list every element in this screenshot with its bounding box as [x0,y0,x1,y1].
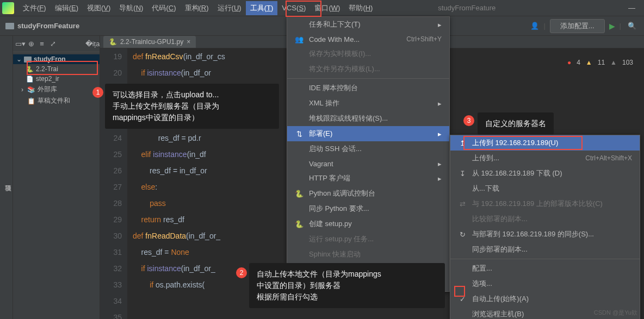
app-icon [2,2,14,14]
expand-icon[interactable]: ≡ [38,40,46,48]
editor-tab-active[interactable]: 🐍 2.2-TrainIcu-GPU1.py × [103,36,196,48]
tools-menu-item[interactable]: 同步 Python 要求... [287,201,449,216]
menu-window[interactable]: 窗口(W) [310,1,344,15]
breadcrumb[interactable]: studyFromFeature [17,22,79,30]
main-menu-bar: 文件(F) 编辑(E) 视图(V) 导航(N) 代码(C) 重构(R) 运行(U… [0,0,644,16]
watermark: CSDN @是Yu欸 [594,309,637,317]
weak-warning-icon: ▲ [610,59,617,66]
deploy-menu-item: ⇄与 192.168.219.189 上的部署版本比较(C) [450,196,640,211]
deploy-submenu: ↥上传到 192.168.219.189(U)上传到...Ctrl+Alt+Sh… [450,135,640,319]
folder-icon [5,23,14,29]
python-file-icon: 🐍 [26,66,34,73]
annotation-marker-2: 2 [236,267,247,278]
tree-external-libs[interactable]: › 📚 外部库 [13,84,100,95]
deploy-menu-item[interactable]: ✓自动上传(始终)(A) [450,291,640,307]
tools-menu-item: 将文件另存为模板(L)... [287,61,449,77]
project-panel: ▭▾ ⊕ ≡ ⤢ �ița ⌄ studyFron 🐍 2.2-Trai 📄 s… [13,36,100,319]
annotation-tooltip-3: 自定义的服务器名 [478,112,554,135]
tools-menu-item[interactable]: 任务和上下文(T)▸ [287,17,449,32]
tools-menu-item: Sphinx 快速启动 [287,247,449,262]
deploy-menu-item[interactable]: ↥上传到 192.168.219.189(U) [450,135,640,151]
tools-menu-item[interactable]: 👥Code With Me...Ctrl+Shift+Y [287,32,449,46]
tree-scratches[interactable]: 📋 草稿文件和 [13,95,100,107]
tree-file-1[interactable]: 🐍 2.2-Trai [13,64,100,74]
chevron-right-icon[interactable]: › [20,86,25,93]
menu-navigate[interactable]: 导航(N) [115,1,147,15]
folder-icon [24,57,32,62]
user-icon[interactable]: 👤 [530,22,539,30]
menu-run[interactable]: 运行(U) [213,1,246,15]
project-panel-header: ▭▾ ⊕ ≡ ⤢ �ița [13,36,100,52]
collapse-icon[interactable]: ⤢ [49,40,57,48]
tree-root[interactable]: ⌄ studyFron [13,54,100,64]
menu-tools[interactable]: 工具(T) [246,1,278,15]
deploy-menu-item[interactable]: 选项... [450,276,640,291]
tools-dropdown: 任务和上下文(T)▸👥Code With Me...Ctrl+Shift+Y保存… [287,16,450,292]
menu-file[interactable]: 文件(F) [18,1,51,15]
deploy-menu-item[interactable]: 同步部署的副本... [450,242,640,257]
tools-menu-item[interactable]: Vagrant▸ [287,157,449,171]
add-configuration-button[interactable]: 添加配置... [550,19,605,33]
minimize-button[interactable]: — [622,4,642,12]
deploy-menu-item[interactable]: 从...下载 [450,181,640,196]
menu-code[interactable]: 代码(C) [147,1,180,15]
tools-menu-item[interactable]: HTTP 客户端▸ [287,171,449,186]
close-icon[interactable]: × [187,38,190,46]
tools-menu-item[interactable]: IDE 脚本控制台 [287,80,449,96]
project-tool-tab[interactable]: 项目 [0,36,13,319]
python-file-icon: 🐍 [109,38,117,46]
run-icon[interactable]: ▶ [609,22,615,30]
annotation-tooltip-2: 自动上传本地文件（目录为mappings 中设置的目录）到服务器 根据所需自行勾… [249,263,445,308]
annotation-marker-1: 1 [92,87,103,98]
error-icon: ● [567,59,571,66]
tools-menu-item[interactable]: 堆栈跟踪或线程转储(S)... [287,111,449,126]
tools-menu-item[interactable]: ⇅部署(E)▸ [287,126,449,141]
tools-menu-item: 保存为实时模板(I)... [287,46,449,61]
deploy-menu-item[interactable]: 配置... [450,261,640,276]
tools-menu-item[interactable]: 🐍Python 或调试控制台 [287,186,449,201]
chevron-down-icon[interactable]: ⌄ [16,55,22,63]
deploy-menu-item[interactable]: ↻与部署到 192.168.219.189 的同步(S)... [450,227,640,242]
annotation-marker-3: 3 [463,115,474,126]
tools-menu-item: 运行 setup.py 任务... [287,232,449,247]
project-view-icon[interactable]: ▭▾ [16,40,24,48]
file-icon: 📄 [26,76,34,83]
search-icon[interactable]: 🔍 [626,22,639,30]
tools-menu-item[interactable]: 🐍创建 setup.py [287,216,449,232]
menu-edit[interactable]: 编辑(E) [51,1,83,15]
settings-icon[interactable]: �ița [89,40,96,48]
deploy-menu-item[interactable]: 上传到...Ctrl+Alt+Shift+X [450,151,640,166]
scratch-icon: 📋 [27,97,35,105]
menu-view[interactable]: 视图(V) [83,1,115,15]
menu-refactor[interactable]: 重构(R) [181,1,213,15]
library-icon: 📚 [27,86,35,93]
target-icon[interactable]: ⊕ [27,40,35,48]
warning-icon: ▲ [586,59,592,66]
menu-help[interactable]: 帮助(H) [344,1,377,15]
annotation-tooltip-1: 可以选择目录，点击upload to... 手动上传文件到服务器（目录为 map… [105,84,279,129]
deploy-menu-item[interactable]: ↧从 192.168.219.189 下载 (D) [450,166,640,181]
tools-menu-item[interactable]: 启动 SSH 会话... [287,141,449,157]
menu-vcs[interactable]: VCS(S) [277,2,310,14]
project-name-label: studyFromFeature [438,4,496,12]
tree-file-2[interactable]: 📄 step2_ir [13,74,100,84]
tools-menu-item[interactable]: XML 操作▸ [287,96,449,111]
deploy-menu-item: 比较部署的副本... [450,211,640,227]
inspection-indicators[interactable]: ●4 ▲11 ▲103 [563,58,637,67]
project-tree: ⌄ studyFron 🐍 2.2-Trai 📄 step2_ir › 📚 外部… [13,52,100,109]
